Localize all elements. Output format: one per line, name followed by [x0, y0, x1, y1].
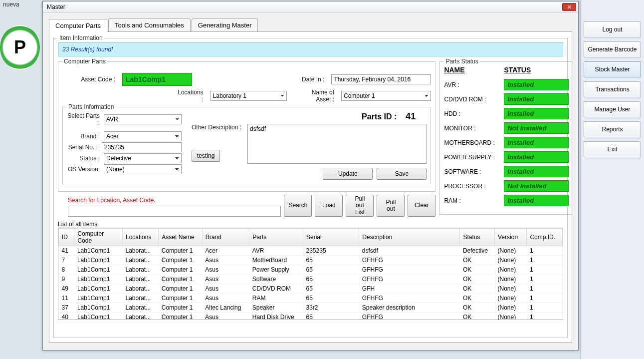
save-button[interactable]: Save — [377, 168, 427, 180]
serial-label: Serial No. : — [67, 144, 100, 151]
titlebar: Master ✕ — [43, 1, 578, 12]
select-parts-label: Select Parts : — [67, 112, 102, 126]
tab-generating-master[interactable]: Generating Master — [192, 18, 258, 31]
os-select[interactable]: (None) — [104, 164, 182, 174]
items-table: IDComputer CodeLocationsAsset NameBrandP… — [58, 228, 563, 320]
status-row-name: MOTHERBOARD : — [444, 139, 504, 146]
other-desc-label: Other Description : — [192, 124, 243, 131]
nav-exit[interactable]: Exit — [584, 141, 641, 157]
table-row[interactable]: 8Lab1Comp1Laborat...Computer 1AsusPower … — [59, 265, 563, 275]
nav-transactions[interactable]: Transactions — [584, 81, 641, 97]
parts-status-group-title: Parts Status — [444, 58, 479, 65]
col-parts[interactable]: Parts — [249, 229, 303, 246]
status-row-value: Installed — [504, 108, 569, 119]
date-in-label: Date In : — [302, 76, 326, 83]
status-label: Status : — [67, 155, 102, 162]
brand-label: Brand : — [67, 133, 102, 140]
testing-button[interactable]: testing — [192, 150, 220, 162]
parts-id-label: Parts ID : — [362, 112, 397, 121]
col-status[interactable]: Status — [460, 229, 495, 246]
table-row[interactable]: 40Lab1Comp1Laborat...Computer 1AsusHard … — [59, 313, 563, 320]
status-row-name: POWER SUPPLY : — [444, 154, 504, 161]
table-row[interactable]: 11Lab1Comp1Laborat...Computer 1AsusRAM65… — [59, 294, 563, 303]
search-input[interactable] — [68, 206, 281, 217]
status-row-name: CD/DVD ROM : — [444, 96, 504, 103]
logo-letter: P — [14, 37, 26, 58]
close-icon[interactable]: ✕ — [562, 3, 576, 11]
status-row-name: RAM : — [444, 197, 504, 204]
name-of-asset-label: Name of Asset : — [296, 89, 336, 103]
items-table-scroll[interactable]: IDComputer CodeLocationsAsset NameBrandP… — [58, 228, 563, 320]
tab-content: Item Information 33 Result(s) found! Com… — [49, 32, 572, 343]
col-id[interactable]: ID — [59, 229, 74, 246]
org-logo: P — [0, 25, 40, 70]
parts-info-group-title: Parts Information — [67, 103, 115, 110]
status-row-value: Installed — [504, 93, 569, 105]
item-info-group-title: Item Information — [58, 34, 104, 41]
master-window: Master ✕ Computer PartsTools and Consuma… — [42, 1, 579, 351]
col-brand[interactable]: Brand — [202, 229, 249, 246]
name-of-asset-select[interactable]: Computer 1 — [341, 91, 431, 101]
status-row-value: Installed — [504, 79, 569, 90]
nav-manage-user[interactable]: Manage User — [584, 101, 641, 117]
status-status-header: STATUS — [504, 66, 569, 76]
tab-tools-and-consumables[interactable]: Tools and Consumables — [108, 18, 191, 31]
result-bar: 33 Result(s) found! — [58, 42, 563, 56]
list-label: List of all items — [58, 221, 563, 228]
asset-code-value: Lab1Comp1 — [122, 73, 192, 86]
load-button[interactable]: Load — [315, 195, 343, 217]
date-in-input[interactable] — [331, 74, 431, 84]
table-row[interactable]: 9Lab1Comp1Laborat...Computer 1AsusSoftwa… — [59, 275, 563, 284]
update-button[interactable]: Update — [323, 168, 373, 180]
nav-reports[interactable]: Reports — [584, 121, 641, 137]
clear-button[interactable]: Clear — [408, 195, 435, 217]
col-serial[interactable]: Serial — [303, 229, 359, 246]
search-label: Search for Location, Asset Code. — [68, 197, 281, 204]
status-row-name: MONITOR : — [444, 125, 504, 132]
status-select[interactable]: Defective — [104, 153, 182, 163]
asset-code-label: Asset Code : — [67, 76, 117, 83]
locations-label: Locations : — [177, 89, 206, 103]
locations-select[interactable]: Laboratory 1 — [211, 91, 287, 101]
right-nav: Log outGenerate BarcodeStock MasterTrans… — [580, 0, 644, 359]
status-row-value: Not Installed — [504, 180, 569, 192]
status-row-name: PROCESSOR : — [444, 183, 504, 190]
nav-log-out[interactable]: Log out — [584, 21, 641, 37]
table-row[interactable]: 7Lab1Comp1Laborat...Computer 1AsusMother… — [59, 256, 563, 265]
other-desc-input[interactable]: dsfsdf — [247, 124, 427, 164]
username-label: nueva — [3, 1, 19, 8]
nav-stock-master[interactable]: Stock Master — [584, 61, 641, 77]
tab-computer-parts[interactable]: Computer Parts — [49, 19, 107, 32]
parts-id-value: 41 — [406, 111, 416, 122]
col-computer-code[interactable]: Computer Code — [74, 229, 123, 246]
status-row-value: Installed — [504, 137, 569, 148]
status-row-value: Installed — [504, 195, 569, 206]
items-table-wrap: IDComputer CodeLocationsAsset NameBrandP… — [58, 228, 563, 320]
pullout-list-button[interactable]: Pull out List — [346, 195, 374, 217]
os-label: OS Version: — [67, 166, 102, 173]
table-row[interactable]: 37Lab1Comp1Laborat...Computer 1Altec Lan… — [59, 303, 563, 313]
serial-input[interactable] — [102, 142, 182, 152]
tab-strip: Computer PartsTools and ConsumablesGener… — [49, 18, 572, 32]
col-version[interactable]: Version — [495, 229, 527, 246]
window-title: Master — [45, 3, 562, 10]
col-locations[interactable]: Locations — [123, 229, 159, 246]
col-comp-id-[interactable]: Comp.ID. — [527, 229, 563, 246]
status-row-name: AVR : — [444, 81, 504, 88]
select-parts-select[interactable]: AVR — [104, 114, 182, 124]
computer-parts-group-title: Computer Parts — [62, 58, 107, 65]
status-row-value: Not Installed — [504, 122, 569, 134]
table-row[interactable]: 41Lab1Comp1Laborat...Computer 1AcerAVR23… — [59, 246, 563, 256]
status-row-name: HDD : — [444, 110, 504, 117]
col-asset-name[interactable]: Asset Name — [159, 229, 203, 246]
col-description[interactable]: Description — [359, 229, 460, 246]
pullout-button[interactable]: Pull out — [377, 195, 405, 217]
status-name-header: NAME — [444, 66, 504, 76]
status-row-name: SOFTWARE : — [444, 168, 504, 175]
status-row-value: Installed — [504, 151, 569, 163]
nav-generate-barcode[interactable]: Generate Barcode — [584, 41, 641, 57]
status-row-value: Installed — [504, 166, 569, 177]
search-button[interactable]: Search — [284, 195, 312, 217]
table-row[interactable]: 49Lab1Comp1Laborat...Computer 1AsusCD/DV… — [59, 284, 563, 294]
brand-select[interactable]: Acer — [104, 131, 182, 141]
